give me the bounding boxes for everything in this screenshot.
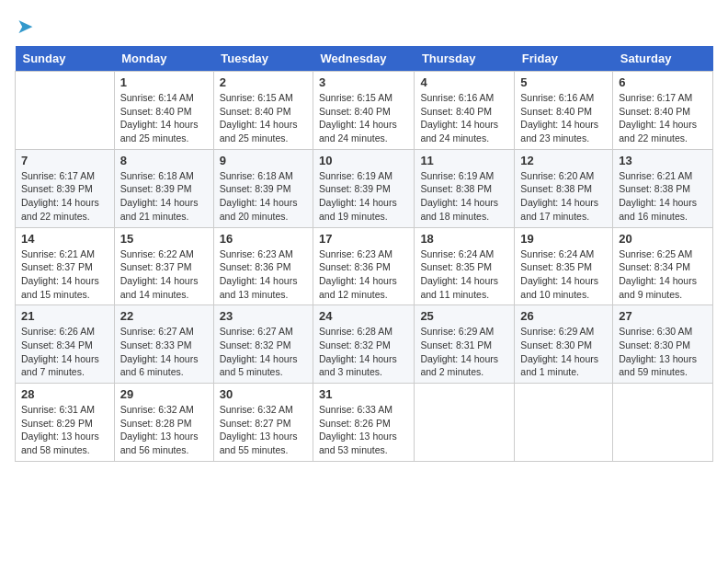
day-number: 7: [21, 154, 108, 167]
day-number: 20: [619, 232, 707, 246]
calendar-cell: 27Sunrise: 6:30 AM Sunset: 8:30 PM Dayli…: [613, 305, 713, 384]
calendar-cell: 6Sunrise: 6:17 AM Sunset: 8:40 PM Daylig…: [613, 72, 713, 150]
calendar-week-3: 14Sunrise: 6:21 AM Sunset: 8:37 PM Dayli…: [16, 227, 713, 305]
day-number: 11: [420, 154, 508, 167]
calendar-cell: 28Sunrise: 6:31 AM Sunset: 8:29 PM Dayli…: [16, 384, 115, 462]
calendar-cell: 22Sunrise: 6:27 AM Sunset: 8:33 PM Dayli…: [114, 305, 213, 384]
day-info: Sunrise: 6:18 AM Sunset: 8:39 PM Dayligh…: [220, 169, 307, 224]
day-number: 10: [319, 154, 408, 167]
calendar-cell: 4Sunrise: 6:16 AM Sunset: 8:40 PM Daylig…: [415, 72, 515, 150]
logo-bird-icon: ➤: [17, 15, 33, 39]
day-info: Sunrise: 6:14 AM Sunset: 8:40 PM Dayligh…: [120, 91, 208, 145]
day-info: Sunrise: 6:29 AM Sunset: 8:31 PM Dayligh…: [420, 325, 508, 379]
day-header-thursday: Thursday: [415, 46, 515, 72]
day-number: 8: [120, 154, 208, 167]
day-number: 30: [220, 387, 307, 401]
calendar-cell: 19Sunrise: 6:24 AM Sunset: 8:35 PM Dayli…: [515, 227, 613, 305]
day-number: 23: [220, 309, 307, 323]
day-info: Sunrise: 6:27 AM Sunset: 8:32 PM Dayligh…: [220, 325, 307, 379]
day-number: 9: [220, 154, 307, 167]
day-number: 28: [21, 387, 108, 401]
day-info: Sunrise: 6:33 AM Sunset: 8:26 PM Dayligh…: [319, 403, 408, 457]
calendar-week-4: 21Sunrise: 6:26 AM Sunset: 8:34 PM Dayli…: [16, 305, 713, 384]
day-number: 5: [520, 75, 607, 89]
calendar-cell: 15Sunrise: 6:22 AM Sunset: 8:37 PM Dayli…: [114, 227, 213, 305]
day-number: 18: [420, 232, 508, 246]
calendar-cell: 5Sunrise: 6:16 AM Sunset: 8:40 PM Daylig…: [515, 72, 613, 150]
day-info: Sunrise: 6:31 AM Sunset: 8:29 PM Dayligh…: [21, 403, 108, 457]
day-info: Sunrise: 6:24 AM Sunset: 8:35 PM Dayligh…: [520, 247, 607, 302]
day-number: 25: [420, 309, 508, 323]
calendar-cell: 3Sunrise: 6:15 AM Sunset: 8:40 PM Daylig…: [313, 72, 415, 150]
header: ➤: [15, 15, 713, 39]
day-header-friday: Friday: [515, 46, 613, 72]
day-number: 6: [619, 75, 707, 89]
day-header-saturday: Saturday: [613, 46, 713, 72]
calendar-cell: 11Sunrise: 6:19 AM Sunset: 8:38 PM Dayli…: [415, 149, 515, 227]
day-info: Sunrise: 6:28 AM Sunset: 8:32 PM Dayligh…: [319, 325, 408, 379]
day-info: Sunrise: 6:21 AM Sunset: 8:38 PM Dayligh…: [619, 169, 707, 224]
day-number: 14: [21, 232, 108, 246]
calendar-header-row: SundayMondayTuesdayWednesdayThursdayFrid…: [16, 46, 713, 72]
calendar-cell: 9Sunrise: 6:18 AM Sunset: 8:39 PM Daylig…: [213, 149, 313, 227]
day-number: 16: [220, 232, 307, 246]
calendar-cell: 20Sunrise: 6:25 AM Sunset: 8:34 PM Dayli…: [613, 227, 713, 305]
day-info: Sunrise: 6:16 AM Sunset: 8:40 PM Dayligh…: [420, 91, 508, 145]
calendar-cell: 12Sunrise: 6:20 AM Sunset: 8:38 PM Dayli…: [515, 149, 613, 227]
calendar-cell: 18Sunrise: 6:24 AM Sunset: 8:35 PM Dayli…: [415, 227, 515, 305]
calendar-week-5: 28Sunrise: 6:31 AM Sunset: 8:29 PM Dayli…: [16, 384, 713, 462]
calendar-cell: 29Sunrise: 6:32 AM Sunset: 8:28 PM Dayli…: [114, 384, 213, 462]
calendar-cell: [613, 384, 713, 462]
calendar-cell: 8Sunrise: 6:18 AM Sunset: 8:39 PM Daylig…: [114, 149, 213, 227]
calendar-cell: 14Sunrise: 6:21 AM Sunset: 8:37 PM Dayli…: [16, 227, 115, 305]
day-info: Sunrise: 6:17 AM Sunset: 8:39 PM Dayligh…: [21, 169, 108, 224]
day-number: 13: [619, 154, 707, 167]
day-number: 3: [319, 75, 408, 89]
day-number: 17: [319, 232, 408, 246]
day-info: Sunrise: 6:15 AM Sunset: 8:40 PM Dayligh…: [319, 91, 408, 145]
day-number: 1: [120, 75, 208, 89]
day-info: Sunrise: 6:23 AM Sunset: 8:36 PM Dayligh…: [220, 247, 307, 302]
calendar-cell: [16, 72, 115, 150]
calendar-cell: 1Sunrise: 6:14 AM Sunset: 8:40 PM Daylig…: [114, 72, 213, 150]
day-info: Sunrise: 6:27 AM Sunset: 8:33 PM Dayligh…: [120, 325, 208, 379]
day-header-monday: Monday: [114, 46, 213, 72]
day-info: Sunrise: 6:18 AM Sunset: 8:39 PM Dayligh…: [120, 169, 208, 224]
day-number: 22: [120, 309, 208, 323]
calendar-cell: 17Sunrise: 6:23 AM Sunset: 8:36 PM Dayli…: [313, 227, 415, 305]
calendar-week-2: 7Sunrise: 6:17 AM Sunset: 8:39 PM Daylig…: [16, 149, 713, 227]
day-info: Sunrise: 6:16 AM Sunset: 8:40 PM Dayligh…: [520, 91, 607, 145]
day-info: Sunrise: 6:19 AM Sunset: 8:39 PM Dayligh…: [319, 169, 408, 224]
day-header-tuesday: Tuesday: [213, 46, 313, 72]
day-header-wednesday: Wednesday: [313, 46, 415, 72]
day-info: Sunrise: 6:26 AM Sunset: 8:34 PM Dayligh…: [21, 325, 108, 379]
day-info: Sunrise: 6:17 AM Sunset: 8:40 PM Dayligh…: [619, 91, 707, 145]
day-info: Sunrise: 6:19 AM Sunset: 8:38 PM Dayligh…: [420, 169, 508, 224]
day-number: 19: [520, 232, 607, 246]
day-info: Sunrise: 6:22 AM Sunset: 8:37 PM Dayligh…: [120, 247, 208, 302]
calendar-cell: 10Sunrise: 6:19 AM Sunset: 8:39 PM Dayli…: [313, 149, 415, 227]
calendar-cell: [515, 384, 613, 462]
calendar-cell: 2Sunrise: 6:15 AM Sunset: 8:40 PM Daylig…: [213, 72, 313, 150]
day-header-sunday: Sunday: [16, 46, 115, 72]
calendar-cell: 7Sunrise: 6:17 AM Sunset: 8:39 PM Daylig…: [16, 149, 115, 227]
day-number: 21: [21, 309, 108, 323]
calendar-cell: 23Sunrise: 6:27 AM Sunset: 8:32 PM Dayli…: [213, 305, 313, 384]
logo: ➤: [15, 15, 33, 39]
day-info: Sunrise: 6:20 AM Sunset: 8:38 PM Dayligh…: [520, 169, 607, 224]
day-info: Sunrise: 6:24 AM Sunset: 8:35 PM Dayligh…: [420, 247, 508, 302]
day-info: Sunrise: 6:23 AM Sunset: 8:36 PM Dayligh…: [319, 247, 408, 302]
day-info: Sunrise: 6:21 AM Sunset: 8:37 PM Dayligh…: [21, 247, 108, 302]
day-number: 15: [120, 232, 208, 246]
day-number: 24: [319, 309, 408, 323]
day-info: Sunrise: 6:30 AM Sunset: 8:30 PM Dayligh…: [619, 325, 707, 379]
day-number: 2: [220, 75, 307, 89]
day-number: 12: [520, 154, 607, 167]
day-info: Sunrise: 6:32 AM Sunset: 8:27 PM Dayligh…: [220, 403, 307, 457]
day-info: Sunrise: 6:29 AM Sunset: 8:30 PM Dayligh…: [520, 325, 607, 379]
day-info: Sunrise: 6:25 AM Sunset: 8:34 PM Dayligh…: [619, 247, 707, 302]
calendar-cell: 30Sunrise: 6:32 AM Sunset: 8:27 PM Dayli…: [213, 384, 313, 462]
day-number: 27: [619, 309, 707, 323]
day-number: 29: [120, 387, 208, 401]
calendar-cell: [415, 384, 515, 462]
